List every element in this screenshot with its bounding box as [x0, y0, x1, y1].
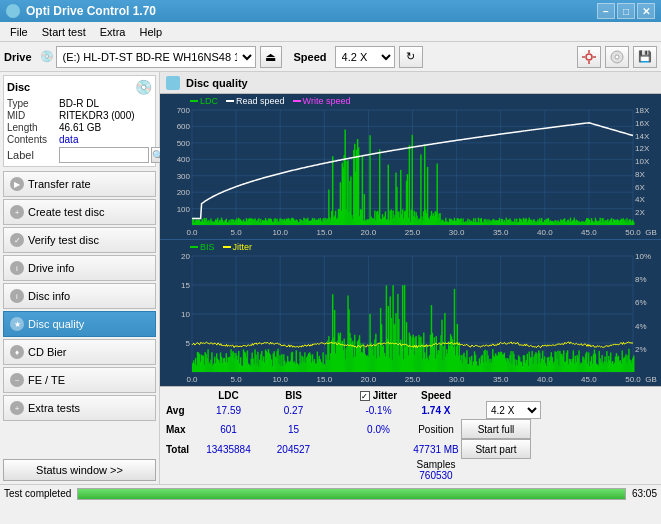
speed-select-stats[interactable]: 4.2 X [486, 401, 541, 419]
window-controls: − □ ✕ [597, 3, 655, 19]
disc-quality-label: Disc quality [28, 318, 84, 330]
chart2-wrapper: BIS Jitter [160, 240, 661, 386]
length-value: 46.61 GB [59, 122, 101, 133]
sidebar-item-cd-bier[interactable]: ♦ CD Bier [3, 339, 156, 365]
disc-info-label: Disc info [28, 290, 70, 302]
sidebar-item-transfer-rate[interactable]: ▶ Transfer rate [3, 171, 156, 197]
speed-header-label: Speed [411, 390, 461, 402]
sidebar-item-fe-te[interactable]: ~ FE / TE [3, 367, 156, 393]
disc-panel-icon: 💿 [135, 79, 152, 95]
sidebar-item-disc-info[interactable]: i Disc info [3, 283, 156, 309]
disc-panel-title: Disc [7, 81, 30, 93]
max-bis: 15 [261, 419, 326, 439]
samples-value: 760530 [419, 470, 452, 481]
charts-container: LDC Read speed Write speed [160, 94, 661, 386]
jitter-header: Jitter [373, 390, 397, 401]
quality-header: Disc quality [160, 72, 661, 94]
sidebar-item-create-test-disc[interactable]: + Create test disc [3, 199, 156, 225]
chart1-wrapper: LDC Read speed Write speed [160, 94, 661, 240]
disc-panel: Disc 💿 Type BD-R DL MID RITEKDR3 (000) L… [3, 75, 156, 167]
close-button[interactable]: ✕ [637, 3, 655, 19]
label-input[interactable] [59, 147, 149, 163]
app-title: Opti Drive Control 1.70 [26, 4, 156, 18]
sidebar-item-verify-test-disc[interactable]: ✓ Verify test disc [3, 227, 156, 253]
avg-ldc: 17.59 [196, 401, 261, 419]
maximize-button[interactable]: □ [617, 3, 635, 19]
eject-button[interactable]: ⏏ [260, 46, 282, 68]
avg-label: Avg [166, 401, 196, 419]
transfer-rate-icon: ▶ [10, 177, 24, 191]
settings-button[interactable] [577, 46, 601, 68]
sidebar-item-drive-info[interactable]: i Drive info [3, 255, 156, 281]
title-bar: Opti Drive Control 1.70 − □ ✕ [0, 0, 661, 22]
chart1-legend: LDC Read speed Write speed [190, 96, 350, 106]
progress-bar [77, 488, 626, 500]
drive-info-icon: i [10, 261, 24, 275]
drive-label: Drive [4, 51, 32, 63]
refresh-button[interactable]: ↻ [399, 46, 423, 68]
samples-label: Samples [417, 459, 456, 470]
menu-extra[interactable]: Extra [94, 25, 132, 39]
sidebar-item-extra-tests[interactable]: + Extra tests [3, 395, 156, 421]
cd-bier-icon: ♦ [10, 345, 24, 359]
speed-value: 1.74 X [422, 405, 451, 416]
toolbar: Drive 💿 (E:) HL-DT-ST BD-RE WH16NS48 1.D… [0, 42, 661, 72]
disc-info-icon: i [10, 289, 24, 303]
transfer-rate-label: Transfer rate [28, 178, 91, 190]
mid-value: RITEKDR3 (000) [59, 110, 135, 121]
start-part-button[interactable]: Start part [461, 439, 531, 459]
progress-fill [78, 489, 625, 499]
extra-tests-icon: + [10, 401, 24, 415]
menu-bar: File Start test Extra Help [0, 22, 661, 42]
position-value: 47731 MB [413, 444, 459, 455]
avg-jitter: -0.1% [346, 401, 411, 419]
create-test-disc-label: Create test disc [28, 206, 104, 218]
verify-test-disc-icon: ✓ [10, 233, 24, 247]
sidebar-item-disc-quality[interactable]: ★ Disc quality [3, 311, 156, 337]
bottom-bar: Test completed 63:05 [0, 484, 661, 502]
fe-te-label: FE / TE [28, 374, 65, 386]
menu-start-test[interactable]: Start test [36, 25, 92, 39]
cd-bier-label: CD Bier [28, 346, 67, 358]
chart2-legend: BIS Jitter [190, 242, 252, 252]
type-label: Type [7, 98, 57, 109]
total-ldc: 13435884 [196, 439, 261, 459]
app-icon [6, 4, 20, 18]
disc-quality-icon: ★ [10, 317, 24, 331]
svg-point-6 [615, 55, 619, 59]
drive-select[interactable]: (E:) HL-DT-ST BD-RE WH16NS48 1.D3 [56, 46, 256, 68]
minimize-button[interactable]: − [597, 3, 615, 19]
status-text: Test completed [4, 488, 71, 499]
menu-help[interactable]: Help [133, 25, 168, 39]
quality-title: Disc quality [186, 77, 248, 89]
ldc-header: LDC [196, 390, 261, 402]
length-label: Length [7, 122, 57, 133]
start-full-button[interactable]: Start full [461, 419, 531, 439]
position-label: Position [418, 424, 454, 435]
max-label: Max [166, 419, 196, 439]
speed-label: Speed [294, 51, 327, 63]
drive-info-label: Drive info [28, 262, 74, 274]
avg-bis: 0.27 [261, 401, 326, 419]
status-window-button[interactable]: Status window >> [3, 459, 156, 481]
max-jitter: 0.0% [346, 419, 411, 439]
stats-table: LDC BIS ✓ Jitter Speed Avg 17.59 0.27 -0… [166, 390, 541, 482]
create-test-disc-icon: + [10, 205, 24, 219]
save-button[interactable]: 💾 [633, 46, 657, 68]
type-value: BD-R DL [59, 98, 99, 109]
menu-file[interactable]: File [4, 25, 34, 39]
bis-jitter-chart [160, 240, 661, 386]
max-ldc: 601 [196, 419, 261, 439]
total-label: Total [166, 439, 196, 459]
speed-select[interactable]: 4.2 X [335, 46, 395, 68]
contents-value: data [59, 134, 78, 145]
jitter-checkbox[interactable]: ✓ [360, 391, 370, 401]
stats-area: LDC BIS ✓ Jitter Speed Avg 17.59 0.27 -0… [160, 386, 661, 485]
contents-label: Contents [7, 134, 57, 145]
verify-test-disc-label: Verify test disc [28, 234, 99, 246]
extra-tests-label: Extra tests [28, 402, 80, 414]
total-bis: 204527 [261, 439, 326, 459]
quality-icon [166, 76, 180, 90]
label-label: Label [7, 149, 57, 161]
disc-button[interactable] [605, 46, 629, 68]
